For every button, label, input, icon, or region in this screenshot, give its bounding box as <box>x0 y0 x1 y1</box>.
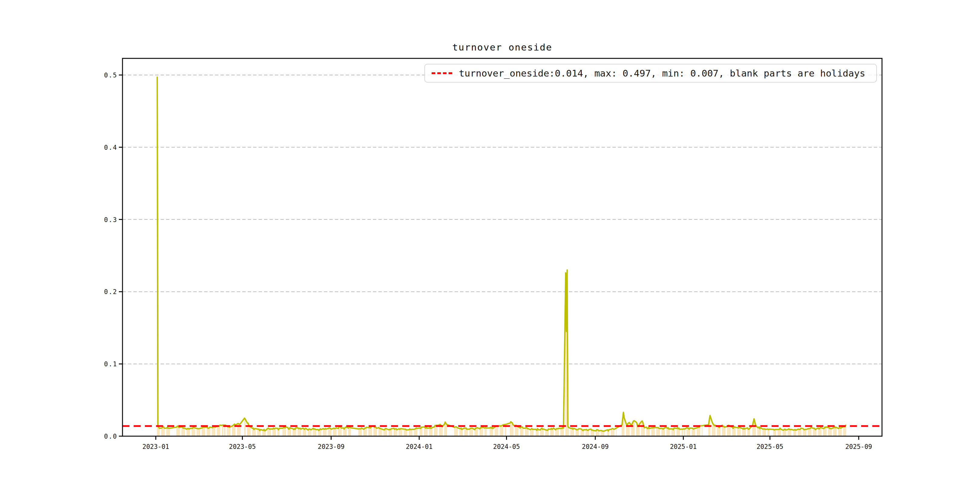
trading-day-bar <box>181 427 182 436</box>
trading-day-bar <box>477 428 478 436</box>
trading-day-bar <box>323 429 324 436</box>
trading-day-bar <box>694 429 694 436</box>
trading-day-bar <box>757 428 758 436</box>
trading-day-bar <box>689 429 689 436</box>
trading-day-bar <box>358 429 359 436</box>
trading-day-bar <box>844 426 845 436</box>
trading-day-bar <box>694 429 695 436</box>
trading-day-bar <box>547 430 547 436</box>
trading-day-bar <box>789 429 790 436</box>
trading-day-bar <box>829 429 830 436</box>
trading-day-bar <box>668 429 669 436</box>
legend-label: turnover_oneside:0.014, max: 0.497, min:… <box>459 68 865 79</box>
trading-day-bar <box>644 428 644 436</box>
trading-day-bar <box>464 428 465 436</box>
trading-day-bar <box>252 428 253 436</box>
trading-day-bar <box>737 427 738 436</box>
trading-day-bar <box>714 426 715 436</box>
trading-day-bar <box>290 428 291 436</box>
trading-day-bar <box>471 428 472 436</box>
trading-day-bar <box>557 429 558 436</box>
trading-day-bar <box>420 428 420 436</box>
trading-day-bar <box>425 428 426 436</box>
trading-day-bar <box>523 428 523 436</box>
trading-day-bar <box>729 425 729 436</box>
trading-day-bar <box>366 427 367 436</box>
trading-day-bar <box>840 428 840 436</box>
trading-day-bar <box>208 428 209 436</box>
trading-day-bar <box>169 428 170 436</box>
trading-day-bar <box>460 429 461 436</box>
trading-day-bar <box>313 429 314 436</box>
trading-day-bar <box>800 429 801 436</box>
trading-day-bar <box>555 430 556 436</box>
trading-day-bar <box>573 429 573 436</box>
trading-day-bar <box>258 429 259 436</box>
trading-day-bar <box>472 428 473 436</box>
trading-day-bar <box>788 429 789 436</box>
trading-day-bar <box>815 430 816 436</box>
trading-day-bar <box>803 430 804 436</box>
trading-day-bar <box>588 430 588 436</box>
trading-day-bar <box>595 431 596 436</box>
trading-day-bar <box>608 431 609 436</box>
trading-day-bar <box>783 430 783 436</box>
trading-day-bar <box>490 428 490 436</box>
trading-day-bar <box>604 431 605 436</box>
trading-day-bar <box>835 428 836 436</box>
trading-day-bar <box>720 426 721 436</box>
trading-day-bar <box>179 427 180 436</box>
trading-day-bar <box>461 430 462 436</box>
trading-day-bar <box>406 430 407 436</box>
trading-day-bar <box>724 427 725 436</box>
trading-day-bar <box>314 429 315 436</box>
y-tick-label: 0.0 <box>104 433 117 440</box>
trading-day-bar <box>425 427 425 436</box>
trading-day-bar <box>538 430 539 436</box>
trading-day-bar <box>841 428 842 436</box>
trading-day-bar <box>253 430 254 436</box>
trading-day-bar <box>722 426 723 436</box>
trading-day-bar <box>739 428 739 436</box>
trading-day-bar <box>613 429 614 436</box>
trading-day-bar <box>738 428 738 436</box>
trading-day-bar <box>520 428 520 436</box>
trading-day-bar <box>692 428 692 436</box>
trading-day-bar <box>479 429 480 436</box>
trading-day-bar <box>558 428 558 436</box>
trading-day-bar <box>823 429 824 436</box>
trading-day-bar <box>545 430 546 436</box>
trading-day-bar <box>814 428 814 436</box>
trading-day-bar <box>223 425 223 436</box>
trading-day-bar <box>511 423 512 436</box>
legend-dashed-line-icon <box>432 72 452 74</box>
trading-day-bar <box>339 427 340 436</box>
trading-day-bar <box>371 427 371 436</box>
trading-day-bar <box>697 428 697 436</box>
trading-day-bar <box>593 430 593 436</box>
trading-day-bar <box>698 427 699 436</box>
trading-day-bar <box>775 430 775 436</box>
trading-day-bar <box>570 428 571 436</box>
trading-day-bar <box>593 431 594 436</box>
trading-day-bar <box>380 428 380 436</box>
trading-day-bar <box>780 429 781 436</box>
trading-day-bar <box>257 429 258 436</box>
trading-day-bar <box>275 428 276 436</box>
trading-day-bar <box>699 427 700 436</box>
trading-day-bar <box>361 429 361 436</box>
trading-day-bar <box>227 426 228 436</box>
trading-day-bar <box>326 429 326 436</box>
plot-border <box>123 58 882 436</box>
trading-day-bar <box>360 429 360 436</box>
trading-day-bar <box>189 429 190 436</box>
trading-day-bar <box>767 429 768 436</box>
trading-day-bar <box>389 430 389 436</box>
trading-day-bar <box>278 430 279 436</box>
trading-day-bar <box>194 427 194 436</box>
trading-day-bar <box>232 426 232 436</box>
trading-day-bar <box>659 428 659 436</box>
trading-day-bar <box>542 429 543 436</box>
trading-day-bar <box>603 431 603 436</box>
trading-day-bar <box>546 430 547 436</box>
